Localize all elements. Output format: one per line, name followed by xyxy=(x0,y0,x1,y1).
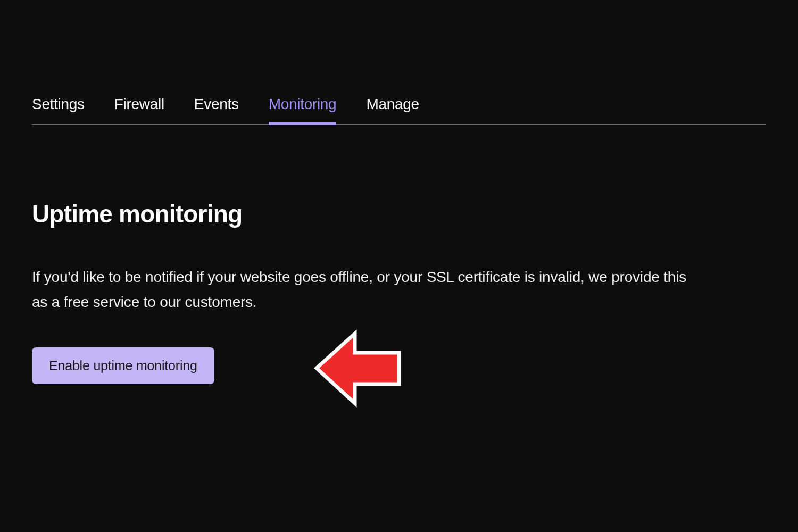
tab-monitoring[interactable]: Monitoring xyxy=(269,96,337,124)
page-heading: Uptime monitoring xyxy=(32,200,766,228)
tab-firewall[interactable]: Firewall xyxy=(114,96,164,124)
tab-settings[interactable]: Settings xyxy=(32,96,85,124)
enable-uptime-monitoring-button[interactable]: Enable uptime monitoring xyxy=(32,347,214,384)
page-container: Settings Firewall Events Monitoring Mana… xyxy=(0,0,798,384)
page-description: If you'd like to be notified if your web… xyxy=(32,264,686,314)
annotation-arrow-left-icon xyxy=(311,327,404,412)
main-content: Uptime monitoring If you'd like to be no… xyxy=(32,125,766,384)
tab-manage[interactable]: Manage xyxy=(366,96,419,124)
tab-events[interactable]: Events xyxy=(194,96,239,124)
tab-navigation: Settings Firewall Events Monitoring Mana… xyxy=(32,96,766,125)
